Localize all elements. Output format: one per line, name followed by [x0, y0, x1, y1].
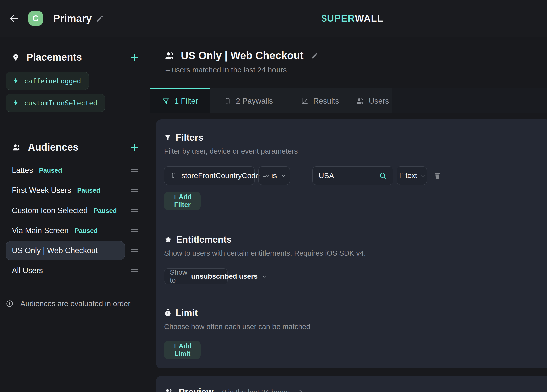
- audience-label: Lattes: [12, 166, 33, 175]
- placement-chip-caffeineLogged[interactable]: caffeineLogged: [6, 72, 89, 90]
- logo-accent: $UPER: [321, 13, 355, 24]
- users-icon: [164, 51, 175, 60]
- add-limit-button[interactable]: + Add Limit: [164, 341, 201, 359]
- edit-project-icon[interactable]: [96, 15, 104, 23]
- entitlements-section: Entitlements Show to users with certain …: [156, 220, 547, 284]
- back-button[interactable]: [8, 13, 20, 24]
- preview-header[interactable]: Preview 0 in the last 24 hours: [156, 376, 547, 392]
- placements-title: Placements: [26, 52, 82, 63]
- show-to-label: Show to: [170, 268, 187, 284]
- edit-audience-icon[interactable]: [311, 52, 318, 59]
- entitlements-subtitle: Show to users with certain entitlements.…: [164, 249, 541, 257]
- users-icon: [356, 97, 364, 105]
- placement-chip-label: caffeineLogged: [24, 77, 81, 85]
- bolt-icon: [12, 99, 19, 107]
- add-filter-button[interactable]: + Add Filter: [164, 192, 201, 210]
- delete-filter-button[interactable]: [434, 172, 441, 180]
- limit-subtitle: Choose how often each user can be matche…: [164, 323, 541, 331]
- tab-results[interactable]: Results: [287, 88, 353, 113]
- drag-handle-icon[interactable]: [131, 249, 138, 252]
- audience-label: Custom Icon Selected: [12, 206, 88, 215]
- audience-label: US Only | Web Checkout: [12, 246, 98, 255]
- filter-operator-value: is: [271, 171, 277, 180]
- back-arrow-icon: [8, 13, 20, 24]
- audiences-title: Audiences: [28, 142, 78, 153]
- topbar: C Primary $UPERWALL: [0, 0, 547, 37]
- filter-row: storeFrontCountryCode is USA: [164, 166, 541, 185]
- tab-label: Results: [313, 97, 339, 106]
- audience-title: US Only | Web Checkout: [181, 50, 303, 62]
- users-icon: [164, 388, 173, 392]
- show-to-select[interactable]: Show to unsubscribed users: [164, 268, 228, 284]
- superwall-logo: $UPERWALL: [321, 0, 383, 37]
- add-placement-button[interactable]: [130, 53, 139, 62]
- audience-item-all-users[interactable]: All Users: [0, 261, 150, 281]
- order-note-text: Audiences are evaluated in order: [20, 299, 130, 308]
- filter-value-text: USA: [319, 171, 334, 180]
- preview-card: Preview 0 in the last 24 hours: [156, 376, 547, 392]
- audiences-list: Lattes Paused First Week Users Paused Cu…: [0, 160, 150, 281]
- audience-item-first-week-users[interactable]: First Week Users Paused: [0, 180, 150, 201]
- audiences-order-note: Audiences are evaluated in order: [6, 299, 130, 308]
- filter-property-value: storeFrontCountryCode: [181, 171, 260, 180]
- sidebar: Placements caffeineLogged customIconSele…: [0, 37, 150, 392]
- bolt-icon: [12, 77, 19, 85]
- avatar[interactable]: C: [28, 11, 43, 26]
- tab-bar: 1 Filter 2 Paywalls Results Users: [150, 88, 547, 113]
- chevron-down-icon: [281, 173, 287, 179]
- phone-icon: [170, 172, 177, 179]
- filters-section: Filters Filter by user, device or event …: [156, 119, 547, 210]
- tab-label: Users: [369, 97, 389, 106]
- entitlements-title: Entitlements: [176, 234, 232, 245]
- stopwatch-icon: [164, 309, 172, 317]
- show-to-value: unsubscribed users: [191, 272, 258, 280]
- filter-value-input[interactable]: USA: [312, 166, 393, 185]
- drag-handle-icon[interactable]: [131, 209, 138, 212]
- status-badge: Paused: [75, 227, 98, 235]
- tab-paywalls[interactable]: 2 Paywalls: [210, 88, 287, 113]
- plus-icon: [130, 53, 139, 62]
- status-badge: Paused: [77, 187, 100, 194]
- plus-icon: [130, 143, 139, 152]
- search-icon: [379, 172, 387, 180]
- star-icon: [164, 236, 172, 244]
- placement-chip-customIconSelected[interactable]: customIconSelected: [6, 94, 105, 112]
- chart-icon: [301, 97, 309, 105]
- limit-title: Limit: [176, 308, 198, 318]
- tab-label: 1 Filter: [174, 97, 198, 106]
- phone-icon: [224, 97, 231, 105]
- placement-chip-label: customIconSelected: [24, 99, 97, 107]
- preview-count: 0 in the last 24 hours: [222, 388, 290, 392]
- tab-users[interactable]: Users: [353, 88, 392, 113]
- drag-handle-icon[interactable]: [131, 229, 138, 232]
- audience-item-us-only-web-checkout[interactable]: US Only | Web Checkout: [0, 241, 150, 261]
- filter-property-select[interactable]: storeFrontCountryCode: [164, 166, 255, 185]
- tab-filters[interactable]: 1 Filter: [150, 88, 210, 113]
- add-audience-button[interactable]: [130, 143, 139, 152]
- audience-item-lattes[interactable]: Lattes Paused: [0, 160, 150, 180]
- audiences-header: Audiences: [12, 142, 139, 153]
- filter-operator-select[interactable]: is: [258, 166, 290, 185]
- placements-header: Placements: [12, 52, 139, 63]
- map-pin-icon: [12, 53, 19, 62]
- filters-title: Filters: [176, 132, 203, 143]
- page-title: Primary: [53, 0, 92, 37]
- trash-icon: [434, 172, 441, 180]
- filters-subtitle: Filter by user, device or event paramete…: [164, 147, 541, 155]
- drag-handle-icon[interactable]: [131, 189, 138, 192]
- audience-settings-card: Filters Filter by user, device or event …: [156, 119, 547, 368]
- filter-type-value: text: [405, 172, 417, 180]
- logo-rest: WALL: [355, 13, 383, 24]
- drag-handle-icon[interactable]: [131, 169, 138, 172]
- drag-handle-icon[interactable]: [131, 269, 138, 272]
- tab-bar-filler: [392, 88, 547, 113]
- tab-label: 2 Paywalls: [236, 97, 273, 106]
- users-icon: [12, 143, 21, 151]
- audience-label: First Week Users: [12, 186, 71, 195]
- filter-type-select[interactable]: T text: [397, 166, 427, 185]
- audience-item-custom-icon-selected[interactable]: Custom Icon Selected Paused: [0, 201, 150, 221]
- funnel-icon: [164, 134, 172, 141]
- audience-item-via-main-screen[interactable]: Via Main Screen Paused: [0, 221, 150, 241]
- matched-users-subtitle: – users matched in the last 24 hours: [166, 66, 287, 74]
- app-window: C Primary $UPERWALL Placements caff: [0, 0, 547, 392]
